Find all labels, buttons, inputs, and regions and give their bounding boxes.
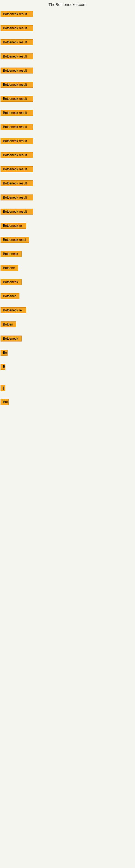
bottleneck-result-label[interactable]: Bolt xyxy=(1,399,9,405)
list-item: Bottleneck result xyxy=(1,24,135,33)
list-item: | xyxy=(1,384,135,393)
bottleneck-result-label[interactable]: Bottleneck result xyxy=(1,96,33,102)
list-item: Bottleneck result xyxy=(1,179,135,188)
list-item xyxy=(1,377,135,379)
list-item xyxy=(1,426,135,428)
list-item: Bolt xyxy=(1,398,135,407)
bottleneck-result-label[interactable]: Bottleneck result xyxy=(1,39,33,45)
bottleneck-result-label[interactable]: Bottleneck result xyxy=(1,194,33,200)
bottleneck-result-label[interactable]: Bottleneck xyxy=(1,279,21,285)
bottleneck-result-label[interactable]: Bottlen xyxy=(1,321,16,328)
list-item: Bottleneck result xyxy=(1,95,135,104)
bottleneck-result-label[interactable]: Bottleneck result xyxy=(1,180,33,186)
list-item: Bottleneck xyxy=(1,335,135,344)
bottleneck-result-label[interactable]: Bottleneck xyxy=(1,251,21,257)
list-item: Bottlene xyxy=(1,264,135,273)
list-item: Bottleneck result xyxy=(1,208,135,217)
list-item: Bottleneck result xyxy=(1,38,135,48)
bottleneck-result-label[interactable]: Bottleneck result xyxy=(1,138,33,144)
bottleneck-result-label[interactable]: Bottleneck result xyxy=(1,11,33,17)
list-item: Bottleneck re xyxy=(1,222,135,231)
list-item: Bo xyxy=(1,348,135,358)
bottleneck-result-label[interactable]: Bottleneck resul xyxy=(1,237,29,243)
list-item: Bottleneck result xyxy=(1,193,135,203)
list-item xyxy=(1,433,135,435)
bottleneck-result-label[interactable]: Bottleneck result xyxy=(1,82,33,88)
bottleneck-result-label[interactable]: Bottleneck xyxy=(1,336,21,341)
bottleneck-result-label[interactable]: Bottleneck result xyxy=(1,67,33,73)
list-item: Bottleneck result xyxy=(1,10,135,19)
bottleneck-result-label[interactable]: Bottleneck result xyxy=(1,209,33,215)
bottleneck-result-label[interactable]: Bottlene xyxy=(1,265,18,271)
bottleneck-result-label[interactable]: B xyxy=(1,364,5,370)
bottleneck-result-label[interactable]: Bottlenec xyxy=(1,293,19,299)
list-item: Bottleneck xyxy=(1,250,135,259)
bottleneck-result-label[interactable]: Bottleneck result xyxy=(1,152,33,158)
list-item: Bottlen xyxy=(1,320,135,330)
list-item: Bottleneck result xyxy=(1,81,135,90)
list-item: Bottleneck result xyxy=(1,52,135,62)
bottleneck-result-label[interactable]: Bottleneck re xyxy=(1,307,26,313)
list-item: Bottleneck result xyxy=(1,109,135,118)
bottleneck-result-label[interactable]: Bottleneck result xyxy=(1,124,33,130)
bottleneck-result-label[interactable]: Bottleneck re xyxy=(1,223,26,229)
list-item: Bottlenec xyxy=(1,292,135,301)
bottleneck-result-label[interactable]: Bottleneck result xyxy=(1,54,33,59)
bottleneck-result-label[interactable]: Bottleneck result xyxy=(1,166,33,172)
bottleneck-result-label[interactable]: Bottleneck result xyxy=(1,110,33,116)
list-item: Bottleneck result xyxy=(1,137,135,146)
list-item: Bottleneck result xyxy=(1,151,135,160)
bottleneck-result-label[interactable]: | xyxy=(1,385,5,391)
list-item: Bottleneck result xyxy=(1,66,135,76)
list-item: B xyxy=(1,363,135,372)
list-item xyxy=(1,419,135,421)
bottleneck-result-label[interactable]: Bo xyxy=(1,350,8,355)
list-item: Bottleneck resul xyxy=(1,236,135,245)
list-item: Bottleneck re xyxy=(1,306,135,315)
items-container: Bottleneck resultBottleneck resultBottle… xyxy=(0,10,135,442)
list-item: Bottleneck xyxy=(1,278,135,287)
list-item xyxy=(1,440,135,442)
list-item xyxy=(1,412,135,414)
list-item: Bottleneck result xyxy=(1,165,135,175)
bottleneck-result-label[interactable]: Bottleneck result xyxy=(1,25,33,31)
list-item: Bottleneck result xyxy=(1,123,135,132)
site-title: TheBottlenecker.com xyxy=(0,0,135,10)
